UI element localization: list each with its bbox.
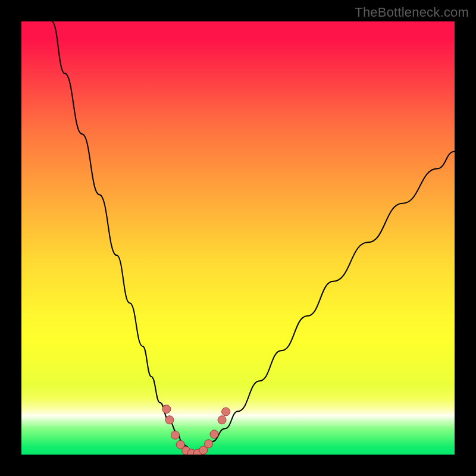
- left-branch-curve: [52, 21, 195, 455]
- bead-point: [204, 440, 212, 448]
- bead-point: [222, 408, 230, 416]
- credit-label: TheBottleneck.com: [355, 5, 469, 20]
- outer-frame: TheBottleneck.com: [0, 0, 476, 476]
- right-branch-curve: [195, 151, 455, 455]
- bead-point: [171, 431, 179, 439]
- bead-point: [165, 416, 174, 424]
- chart-svg: [21, 21, 455, 455]
- bead-point: [218, 416, 226, 424]
- plot-area: [21, 21, 455, 455]
- right-branch-path: [195, 151, 455, 455]
- bottom-beads-group: [162, 405, 230, 455]
- bead-point: [162, 405, 171, 414]
- left-branch-path: [52, 21, 195, 455]
- bead-point: [210, 430, 218, 439]
